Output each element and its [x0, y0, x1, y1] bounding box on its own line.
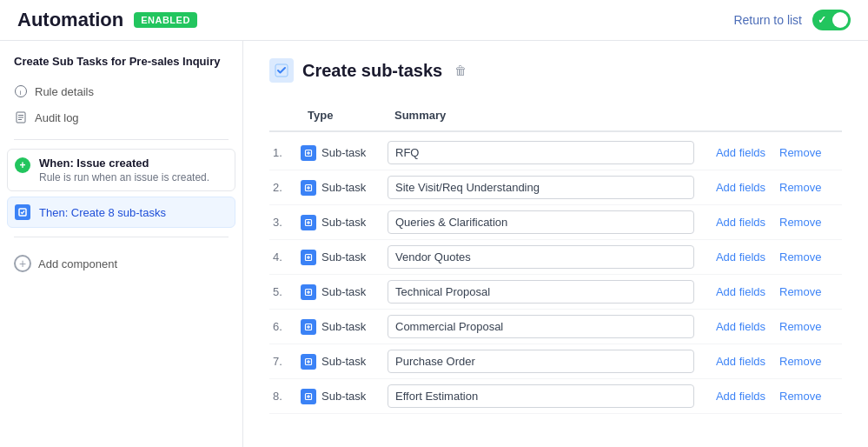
sidebar-item-rule-details[interactable]: i Rule details	[0, 78, 242, 104]
row-type-label: Sub-task	[321, 216, 366, 229]
remove-button[interactable]: Remove	[772, 317, 842, 337]
sidebar: Create Sub Tasks for Pre-sales Inquiry i…	[0, 41, 243, 447]
row-type-label: Sub-task	[321, 146, 366, 159]
summary-input[interactable]	[388, 245, 694, 269]
content-header-icon	[269, 58, 294, 83]
row-summary[interactable]	[388, 210, 694, 234]
col-num-header	[269, 105, 301, 125]
col-type-header: Type	[301, 105, 388, 125]
row-type-label: Sub-task	[321, 285, 366, 298]
row-number: 7.	[269, 355, 301, 368]
table-row: 3. Sub-task Add fields Remove	[269, 205, 842, 240]
subtask-type-icon	[301, 180, 316, 196]
plus-icon: +	[15, 157, 30, 173]
table-row: 6. Sub-task Add fields Remove	[269, 310, 842, 344]
row-type-label: Sub-task	[321, 250, 366, 264]
summary-input[interactable]	[388, 350, 694, 373]
add-fields-button[interactable]: Add fields	[694, 143, 772, 163]
row-number: 4.	[269, 250, 301, 264]
return-to-list-link[interactable]: Return to list	[733, 13, 802, 27]
row-type: Sub-task	[301, 145, 388, 161]
table-row: 2. Sub-task Add fields Remove	[269, 170, 842, 205]
remove-button[interactable]: Remove	[772, 282, 842, 302]
add-component-icon: +	[14, 255, 31, 272]
remove-button[interactable]: Remove	[772, 177, 842, 197]
trigger-text: When: Issue created Rule is run when an …	[39, 157, 209, 183]
table-row: 7. Sub-task Add fields Remove	[269, 344, 842, 379]
add-component-label: Add component	[38, 257, 117, 270]
subtask-table: Type Summary 1. Sub-task	[269, 100, 842, 414]
add-fields-button[interactable]: Add fields	[694, 177, 772, 197]
row-number: 5.	[269, 285, 301, 298]
rule-details-label: Rule details	[35, 85, 94, 98]
svg-text:i: i	[20, 89, 22, 97]
subtask-type-icon	[301, 284, 316, 300]
row-type: Sub-task	[301, 250, 388, 265]
summary-input[interactable]	[388, 210, 694, 234]
col-summary-header: Summary	[388, 105, 694, 125]
row-summary[interactable]	[388, 384, 694, 408]
summary-input[interactable]	[388, 141, 694, 164]
add-component-action[interactable]: + Add component	[0, 246, 242, 281]
table-row: 5. Sub-task Add fields Remove	[269, 275, 842, 310]
row-summary[interactable]	[388, 280, 694, 304]
row-type: Sub-task	[301, 389, 388, 404]
content-area: Create sub-tasks 🗑 Type Summary 1.	[243, 41, 868, 447]
row-type: Sub-task	[301, 180, 388, 196]
sidebar-item-audit-log[interactable]: Audit log	[0, 104, 242, 130]
then-item[interactable]: Then: Create 8 sub-tasks	[7, 197, 235, 228]
sidebar-rule-title: Create Sub Tasks for Pre-sales Inquiry	[0, 55, 242, 78]
add-fields-button[interactable]: Add fields	[694, 317, 772, 337]
subtask-type-icon	[301, 250, 316, 265]
row-number: 3.	[269, 216, 301, 229]
subtask-type-icon	[301, 389, 316, 404]
delete-icon[interactable]: 🗑	[454, 63, 467, 77]
row-summary[interactable]	[388, 245, 694, 269]
row-type-label: Sub-task	[321, 181, 366, 194]
row-summary[interactable]	[388, 350, 694, 373]
row-summary[interactable]	[388, 315, 694, 338]
add-fields-button[interactable]: Add fields	[694, 386, 772, 406]
when-trigger-item[interactable]: + When: Issue created Rule is run when a…	[7, 149, 235, 191]
subtask-type-icon	[301, 319, 316, 335]
col-remove-header	[772, 105, 842, 125]
summary-input[interactable]	[388, 315, 694, 338]
info-icon: i	[14, 84, 28, 98]
remove-button[interactable]: Remove	[772, 212, 842, 232]
subtask-type-icon	[301, 215, 316, 230]
add-fields-button[interactable]: Add fields	[694, 351, 772, 371]
add-fields-button[interactable]: Add fields	[694, 212, 772, 232]
add-fields-button[interactable]: Add fields	[694, 247, 772, 267]
col-add-fields-header	[694, 105, 772, 125]
toggle-knob	[832, 12, 848, 28]
doc-icon	[14, 110, 28, 124]
then-icon	[15, 204, 30, 220]
remove-button[interactable]: Remove	[772, 351, 842, 371]
summary-input[interactable]	[388, 280, 694, 304]
enabled-toggle[interactable]: ✓	[812, 10, 851, 30]
subtask-type-icon	[301, 354, 316, 370]
subtask-type-icon	[301, 145, 316, 161]
row-number: 6.	[269, 320, 301, 333]
then-label: Then: Create 8 sub-tasks	[39, 206, 166, 219]
remove-button[interactable]: Remove	[772, 247, 842, 267]
row-type: Sub-task	[301, 215, 388, 230]
remove-button[interactable]: Remove	[772, 143, 842, 163]
page-title: Automation	[17, 9, 123, 31]
row-type-label: Sub-task	[321, 390, 366, 403]
row-summary[interactable]	[388, 141, 694, 164]
summary-input[interactable]	[388, 176, 694, 199]
row-type: Sub-task	[301, 284, 388, 300]
content-title: Create sub-tasks	[302, 61, 442, 81]
summary-input[interactable]	[388, 384, 694, 408]
remove-button[interactable]: Remove	[772, 386, 842, 406]
row-number: 8.	[269, 390, 301, 403]
add-fields-button[interactable]: Add fields	[694, 282, 772, 302]
table-row: 8. Sub-task Add fields Remove	[269, 379, 842, 414]
row-type: Sub-task	[301, 319, 388, 335]
row-summary[interactable]	[388, 176, 694, 199]
enabled-badge: ENABLED	[134, 12, 197, 28]
table-row: 4. Sub-task Add fields Remove	[269, 240, 842, 275]
table-row: 1. Sub-task Add fields Remove	[269, 136, 842, 170]
audit-log-label: Audit log	[35, 111, 79, 124]
